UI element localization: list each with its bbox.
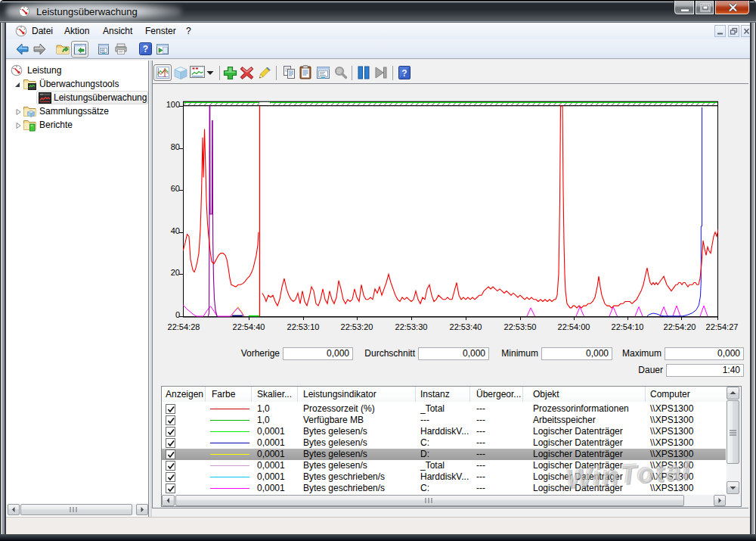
svg-text:?: ? — [143, 44, 148, 54]
svg-text:?: ? — [401, 68, 407, 79]
